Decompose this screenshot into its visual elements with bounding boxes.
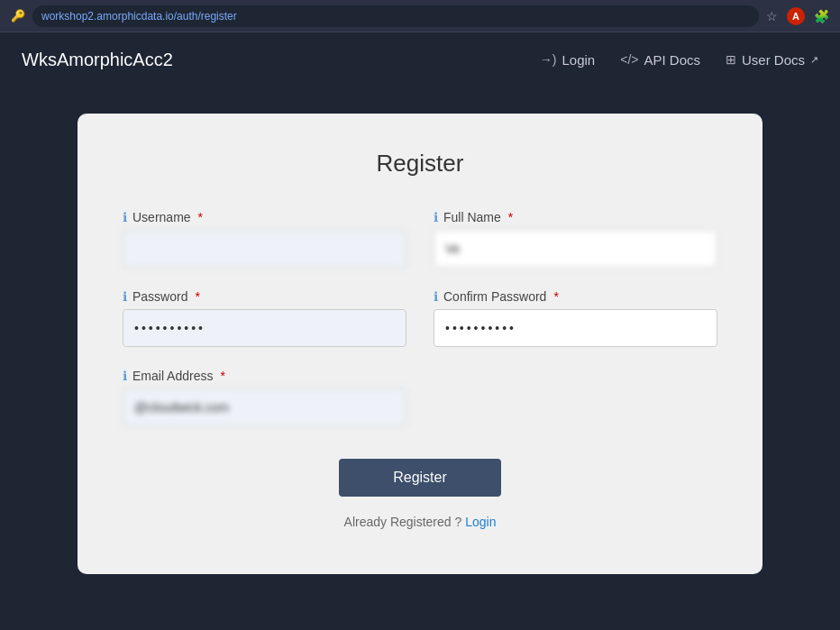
username-label: ℹ Username * <box>123 210 406 224</box>
already-registered-text: Already Registered ? <box>344 515 462 529</box>
username-info-icon: ℹ <box>123 210 127 224</box>
email-info-icon: ℹ <box>123 369 127 383</box>
email-required: * <box>220 369 224 383</box>
browser-security-icon: 🔑 <box>11 9 25 23</box>
fullname-field-group: ℹ Full Name * <box>434 210 717 268</box>
user-docs-nav-label: User Docs <box>742 52 805 68</box>
password-label: ℹ Password * <box>123 289 406 304</box>
password-field-group: ℹ Password * <box>123 289 406 347</box>
email-label-text: Email Address <box>132 369 213 383</box>
username-label-text: Username <box>132 210 191 224</box>
register-title: Register <box>123 150 717 178</box>
api-docs-nav-label: API Docs <box>644 52 700 68</box>
form-row-2: ℹ Password * ℹ Confirm Password * <box>123 289 717 347</box>
login-nav-link[interactable]: →) Login <box>540 52 595 68</box>
already-registered-section: Already Registered ? Login <box>123 515 717 529</box>
username-field-group: ℹ Username * <box>123 210 406 268</box>
fullname-input[interactable] <box>434 230 717 268</box>
confirm-password-field-group: ℹ Confirm Password * <box>434 289 717 347</box>
main-content: Register ℹ Username * ℹ Full Name * <box>0 87 840 601</box>
api-docs-nav-icon: </> <box>620 52 638 67</box>
password-required: * <box>195 289 199 304</box>
username-input[interactable] <box>123 230 406 268</box>
login-nav-icon: →) <box>540 52 557 67</box>
app-header: WksAmorphicAcc2 →) Login </> API Docs ⊞ … <box>0 32 840 87</box>
external-link-icon: ↗ <box>810 54 818 66</box>
login-nav-label: Login <box>562 52 596 68</box>
register-button[interactable]: Register <box>339 459 501 497</box>
confirm-password-info-icon: ℹ <box>434 289 438 304</box>
api-docs-nav-link[interactable]: </> API Docs <box>620 52 700 68</box>
user-docs-nav-icon: ⊞ <box>726 52 736 67</box>
confirm-password-label-text: Confirm Password <box>443 289 546 304</box>
password-input[interactable] <box>123 309 406 347</box>
nav-links: →) Login </> API Docs ⊞ User Docs ↗ <box>540 52 818 68</box>
register-button-row: Register <box>123 459 717 497</box>
fullname-info-icon: ℹ <box>434 210 438 224</box>
extensions-icon[interactable]: 🧩 <box>814 9 829 23</box>
app-logo: WksAmorphicAcc2 <box>22 50 540 70</box>
form-row-1: ℹ Username * ℹ Full Name * <box>123 210 717 268</box>
star-icon[interactable]: ☆ <box>766 9 778 23</box>
confirm-password-input[interactable] <box>434 309 717 347</box>
browser-chrome: 🔑 workshop2.amorphicdata.io/auth/registe… <box>0 0 840 32</box>
register-card: Register ℹ Username * ℹ Full Name * <box>78 114 762 574</box>
confirm-password-required: * <box>553 289 558 304</box>
email-field-group: ℹ Email Address * <box>123 369 406 426</box>
fullname-label-text: Full Name <box>443 210 501 224</box>
form-row-3: ℹ Email Address * <box>123 369 717 426</box>
abp-icon[interactable]: A <box>787 7 805 25</box>
confirm-password-label: ℹ Confirm Password * <box>434 289 717 304</box>
user-docs-nav-link[interactable]: ⊞ User Docs ↗ <box>726 52 818 68</box>
browser-actions: ☆ A 🧩 <box>766 7 829 25</box>
fullname-label: ℹ Full Name * <box>434 210 717 224</box>
fullname-required: * <box>508 210 513 224</box>
url-text: workshop2.amorphicdata.io/auth/register <box>41 10 237 23</box>
password-info-icon: ℹ <box>123 289 127 304</box>
username-required: * <box>198 210 203 224</box>
url-bar[interactable]: workshop2.amorphicdata.io/auth/register <box>32 5 759 27</box>
login-link[interactable]: Login <box>465 515 496 529</box>
email-input[interactable] <box>123 388 406 426</box>
email-label: ℹ Email Address * <box>123 369 406 383</box>
password-label-text: Password <box>132 289 187 304</box>
